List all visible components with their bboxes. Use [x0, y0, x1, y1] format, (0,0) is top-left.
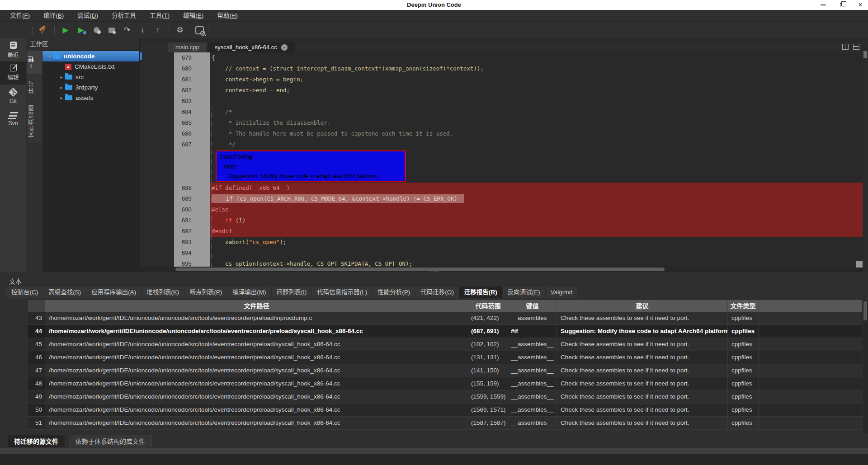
- sidebar-item-recent[interactable]: 最近: [0, 38, 26, 61]
- project-tree[interactable]: ▾unioncode▲CMakeLists.txt▸src▸3rdparty▸a…: [42, 50, 139, 272]
- menu-item[interactable]: 文件(F): [5, 10, 34, 21]
- line-number: 685: [174, 117, 210, 128]
- vertical-scrollbar-thumb[interactable]: [863, 51, 867, 58]
- table-row[interactable]: 49/home/mozart/work/gerrit/IDE/unioncode…: [28, 390, 862, 404]
- bottom-tab[interactable]: 反向调试(E): [503, 287, 546, 298]
- menu-item[interactable]: 帮助(H): [212, 10, 242, 21]
- maximize-button[interactable]: [839, 2, 845, 8]
- debug-run-icon[interactable]: ▶: [74, 24, 88, 37]
- tree-expand-arrow[interactable]: ▸: [58, 85, 65, 90]
- tree-item-label: assets: [75, 94, 93, 101]
- table-header-col[interactable]: 文件路径: [45, 300, 468, 312]
- title-bar: Deepin Union Code ×: [0, 0, 868, 10]
- split-rows-icon[interactable]: [853, 44, 859, 50]
- step-into-icon[interactable]: ↓: [136, 24, 149, 37]
- menu-item[interactable]: 编译(B): [39, 10, 68, 21]
- table-row[interactable]: 50/home/mozart/work/gerrit/IDE/unioncode…: [28, 404, 862, 417]
- table-cell: [759, 377, 862, 390]
- annotation-row: CodePorting:Note:Suggestion: Modify thos…: [140, 150, 863, 183]
- sidebar-item-svn[interactable]: Svn: [0, 108, 26, 131]
- sidebar-item-edit[interactable]: 编辑: [0, 61, 26, 85]
- table-scrollbar-thumb[interactable]: [863, 301, 867, 320]
- table-header-col[interactable]: 建议: [557, 300, 728, 312]
- workspace-vtab[interactable]: 工程: [27, 51, 42, 74]
- table-row[interactable]: 43/home/mozart/work/gerrit/IDE/unioncode…: [28, 312, 862, 325]
- code-editor[interactable]: 679{680 // context = (struct intercept_d…: [140, 52, 863, 267]
- split-columns-icon[interactable]: [842, 44, 849, 50]
- workspace-header: 工作区: [26, 38, 139, 50]
- continue-icon[interactable]: [90, 24, 103, 37]
- horizontal-scrollbar[interactable]: [140, 267, 863, 272]
- table-cell: __assembles__: [508, 351, 557, 364]
- editor-tab[interactable]: syscall_hook_x86-64.cc×: [208, 42, 295, 52]
- bottom-tab[interactable]: 问题列表(I): [272, 287, 312, 298]
- build-hammer-icon[interactable]: [37, 24, 50, 37]
- bottom-tab[interactable]: 控制台(C): [6, 287, 43, 298]
- menu-item[interactable]: 调试(D): [73, 10, 103, 21]
- activity-bar: 最近 编辑 Git Svn: [0, 38, 26, 272]
- tree-expand-arrow[interactable]: ▸: [58, 75, 65, 80]
- tree-expand-arrow[interactable]: ▾: [46, 54, 53, 59]
- step-over-icon[interactable]: ↷: [120, 24, 134, 37]
- bottom-tab[interactable]: 性能分析(P): [373, 287, 415, 298]
- table-cell: __assembles__: [508, 417, 557, 429]
- bottom-tab[interactable]: 编译输出(M): [227, 287, 271, 298]
- table-header-col[interactable]: 键值: [508, 300, 557, 312]
- sidebar-item-label: Git: [9, 98, 17, 104]
- tree-item[interactable]: ▸3rdparty: [42, 82, 139, 93]
- bottom-tab[interactable]: 代码信息指示器(L): [312, 287, 373, 298]
- bottom-tab[interactable]: 高级查找(S): [43, 287, 86, 298]
- sidebar-item-git[interactable]: Git: [0, 85, 26, 108]
- menu-item[interactable]: 工具(T): [145, 10, 174, 21]
- table-row[interactable]: 44/home/mozart/work/gerrit/IDE/unioncode…: [28, 325, 862, 338]
- tree-item[interactable]: ▸src: [42, 72, 139, 82]
- table-scrollbar[interactable]: [863, 300, 868, 433]
- table-cell: /home/mozart/work/gerrit/IDE/unioncode/u…: [45, 364, 468, 377]
- table-row[interactable]: 51/home/mozart/work/gerrit/IDE/unioncode…: [28, 417, 862, 430]
- table-cell: 47: [28, 364, 45, 377]
- breakpoint-margin: [140, 215, 174, 226]
- table-cell: Check these assembles to see if it need …: [557, 377, 728, 390]
- table-row[interactable]: 46/home/mozart/work/gerrit/IDE/unioncode…: [28, 351, 862, 364]
- bottom-tab[interactable]: Valgrind: [546, 287, 578, 298]
- table-cell: 45: [28, 338, 45, 351]
- search-icon[interactable]: [195, 26, 204, 34]
- table-cell: __assembles__: [508, 404, 557, 416]
- step-out-icon[interactable]: ↑: [151, 24, 165, 37]
- editor-area[interactable]: main.cppsyscall_hook_x86-64.cc× 679{680 …: [140, 38, 863, 272]
- tree-item[interactable]: ▾unioncode: [42, 51, 139, 61]
- tree-item[interactable]: ▲CMakeLists.txt: [42, 61, 139, 72]
- bottom-tab[interactable]: 断点列表(P): [184, 287, 227, 298]
- detach-icon[interactable]: [105, 24, 118, 37]
- close-button[interactable]: ×: [857, 2, 863, 8]
- vertical-scrollbar[interactable]: [863, 38, 868, 272]
- bottom-tab[interactable]: 堆栈列表(K): [142, 287, 184, 298]
- bottom-tab[interactable]: 迁移报告(R): [459, 287, 503, 298]
- editor-tab[interactable]: main.cpp: [168, 42, 207, 52]
- table-header-col[interactable]: 代码范围: [468, 300, 508, 312]
- table-row[interactable]: 45/home/mozart/work/gerrit/IDE/unioncode…: [28, 338, 862, 351]
- tree-item[interactable]: ▸assets: [42, 93, 139, 103]
- run-icon[interactable]: ▶: [59, 24, 72, 37]
- table-row[interactable]: 48/home/mozart/work/gerrit/IDE/unioncode…: [28, 377, 862, 390]
- menu-item[interactable]: 分析工具: [107, 10, 141, 21]
- table-row[interactable]: 47/home/mozart/work/gerrit/IDE/unioncode…: [28, 364, 862, 377]
- minimize-button[interactable]: [820, 2, 826, 8]
- table-header-col[interactable]: 文件类型: [728, 300, 759, 312]
- tab-close-icon[interactable]: ×: [281, 44, 288, 51]
- settings-gear-icon[interactable]: ⚙: [173, 24, 187, 37]
- bottom-tab[interactable]: 代码迁移(O): [415, 287, 459, 298]
- workspace-vtab[interactable]: 符号: [27, 75, 42, 99]
- report-filter-tab[interactable]: 依赖于体系结构的库文件: [69, 435, 152, 447]
- horizontal-scrollbar-thumb[interactable]: [175, 268, 665, 271]
- menu-item[interactable]: 编辑(E): [179, 10, 208, 21]
- table-cell: (131, 131): [468, 351, 508, 364]
- panel-splitter-chip[interactable]: [140, 52, 142, 60]
- close-icon: ×: [858, 2, 862, 8]
- bottom-tab[interactable]: 应用程序输出(A): [86, 287, 142, 298]
- maximize-icon: [840, 3, 844, 7]
- workspace-vtab[interactable]: 文件浏览器: [27, 99, 42, 143]
- breakpoint-margin: [140, 248, 174, 258]
- report-filter-tab[interactable]: 待迁移的源文件: [7, 435, 65, 447]
- tree-expand-arrow[interactable]: ▸: [58, 95, 65, 100]
